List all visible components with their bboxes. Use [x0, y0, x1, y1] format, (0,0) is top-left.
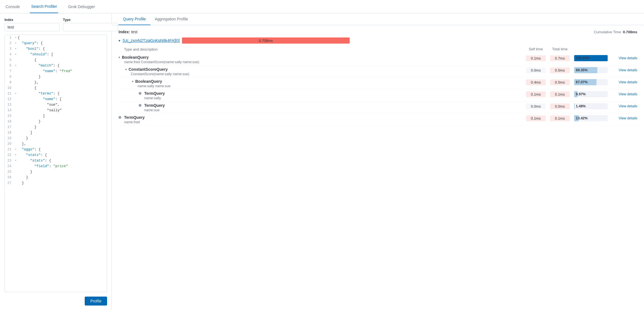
code-line-22: 22▾ "stats": {	[5, 152, 107, 158]
node-toggle-boolean-query-2[interactable]: ▾	[132, 80, 134, 83]
code-line-24: 24 "field": "price"	[5, 164, 107, 169]
code-line-5: 5 {	[5, 57, 107, 63]
nav-search-profiler[interactable]: Search Profiler	[30, 0, 58, 13]
nav-grok-debugger[interactable]: Grok Debugger	[67, 0, 96, 13]
top-nav: Console Search Profiler Grok Debugger	[0, 0, 644, 13]
node-toggle-constant-score-query[interactable]: ▾	[125, 68, 127, 71]
node-bar-term-query-sue: 1.48%	[574, 103, 608, 109]
tree-row-boolean-query-1: ▾BooleanQueryname:fred ConstantScore(nam…	[119, 53, 637, 65]
node-dot-term-query-sally	[139, 92, 141, 95]
node-total-boolean-query-2: 0.5ms	[550, 79, 570, 85]
type-field-group: Type	[63, 18, 118, 31]
node-pct-term-query-sally: 9.97%	[574, 92, 587, 96]
node-toggle-boolean-query-1[interactable]: ▾	[119, 56, 120, 59]
code-line-26: 26 }	[5, 175, 107, 180]
code-editor[interactable]: 1▾{2▾ "query": {3▾ "bool": {4▾ "should":…	[4, 35, 107, 292]
node-bar-boolean-query-1: 100.00%	[574, 55, 608, 61]
shard-link[interactable]: [Uc_zxmN2TzqiGnKqN8k4FA][0]	[123, 38, 180, 43]
tree-row-boolean-query-2: ▾BooleanQueryname:sally name:sue0.4ms0.5…	[119, 77, 637, 89]
col-headers: Self time Total time	[509, 46, 637, 52]
code-line-14: 14 "sally"	[5, 108, 107, 113]
node-pct-constant-score-query: 69.35%	[574, 68, 589, 72]
tree-node-left-constant-score-query: ▾ConstantScoreQueryConstantScore(name:sa…	[119, 65, 509, 77]
node-total-term-query-fred: 0.1ms	[550, 115, 570, 121]
node-view-details-boolean-query-2[interactable]: View details	[612, 80, 637, 84]
index-label-display: Index: test	[119, 30, 138, 34]
nav-console[interactable]: Console	[4, 0, 21, 13]
node-pct-term-query-sue: 1.48%	[574, 104, 587, 108]
type-label: Type	[63, 18, 118, 22]
tree-header-row: Type and description Self time Total tim…	[119, 46, 637, 52]
node-bar-term-query-sally: 9.97%	[574, 91, 608, 97]
profile-button[interactable]: Profile	[85, 297, 107, 306]
index-label: Index	[4, 18, 60, 22]
node-name-term-query-sue: TermQuery	[144, 103, 165, 108]
code-line-13: 13 "sue",	[5, 102, 107, 108]
node-dot-term-query-fred	[119, 116, 121, 119]
node-view-details-boolean-query-1[interactable]: View details	[612, 56, 637, 60]
right-panel: Query ProfileAggregation Profile Index: …	[112, 13, 644, 310]
index-input[interactable]	[4, 23, 60, 31]
code-line-27: 27 }	[5, 180, 107, 186]
code-line-9: 9 },	[5, 80, 107, 85]
code-line-1: 1▾{	[5, 35, 107, 41]
node-total-constant-score-query: 0.5ms	[550, 67, 570, 73]
node-self-boolean-query-2: 0.4ms	[526, 79, 546, 85]
node-desc-constant-score-query: ConstantScore(name:sally name:sue)	[119, 72, 509, 77]
left-fields: Index Type	[4, 18, 107, 31]
node-name-boolean-query-2: BooleanQuery	[135, 79, 162, 84]
tree-row-term-query-sue: TermQueryname:sue0.0ms0.0ms1.48%View det…	[119, 101, 637, 113]
node-desc-term-query-fred: name:fred	[119, 120, 509, 125]
node-name-constant-score-query: ConstantScoreQuery	[129, 67, 168, 72]
index-field-group: Index	[4, 18, 60, 31]
tree-node-left-term-query-fred: TermQueryname:fred	[119, 113, 509, 125]
node-view-details-term-query-sally[interactable]: View details	[612, 92, 637, 96]
node-name-term-query-fred: TermQuery	[124, 115, 145, 120]
node-desc-term-query-sally: name:sally	[119, 96, 509, 101]
shard-row: ▾ [Uc_zxmN2TzqiGnKqN8k4FA][0] 0.708ms	[119, 37, 637, 44]
node-dot-term-query-sue	[139, 104, 141, 107]
code-line-20: 20 },	[5, 141, 107, 147]
code-line-16: 16 }	[5, 119, 107, 124]
col-link-header	[612, 47, 637, 51]
node-pct-boolean-query-2: 67.07%	[574, 80, 589, 84]
tabs-bar: Query ProfileAggregation Profile	[112, 13, 644, 25]
node-view-details-term-query-sue[interactable]: View details	[612, 104, 637, 108]
tree-node-left-boolean-query-1: ▾BooleanQueryname:fred ConstantScore(nam…	[119, 53, 509, 65]
node-bar-constant-score-query: 69.35%	[574, 67, 608, 73]
node-total-term-query-sally: 0.1ms	[550, 91, 570, 97]
tree-node-left-term-query-sue: TermQueryname:sue	[119, 101, 509, 113]
code-line-8: 8 }	[5, 74, 107, 80]
col-self-header: Self time	[526, 47, 546, 51]
code-line-25: 25 }	[5, 169, 107, 175]
code-line-6: 6▾ "match": {	[5, 63, 107, 68]
node-self-term-query-fred: 0.1ms	[526, 115, 546, 121]
profile-content: Index: test Cumulative Time: 0.708ms ▾ […	[112, 25, 644, 130]
node-bar-term-query-fred: 13.42%	[574, 115, 608, 121]
query-tree: ▾BooleanQueryname:fred ConstantScore(nam…	[119, 53, 637, 126]
node-self-term-query-sally: 0.1ms	[526, 91, 546, 97]
node-view-details-term-query-fred[interactable]: View details	[612, 116, 637, 120]
node-total-term-query-sue: 0.0ms	[550, 103, 570, 109]
tab-query-profile[interactable]: Query Profile	[119, 13, 150, 25]
node-pct-term-query-fred: 13.42%	[574, 116, 589, 120]
code-line-4: 4▾ "should": [	[5, 52, 107, 57]
code-line-11: 11▾ "terms": {	[5, 91, 107, 96]
tree-row-constant-score-query: ▾ConstantScoreQueryConstantScore(name:sa…	[119, 65, 637, 77]
type-input[interactable]	[63, 23, 118, 31]
code-line-23: 23▾ "stats": {	[5, 158, 107, 164]
tab-aggregation-profile[interactable]: Aggregation Profile	[150, 13, 193, 25]
code-line-3: 3▾ "bool": {	[5, 46, 107, 52]
code-line-15: 15 ]	[5, 113, 107, 119]
tree-row-term-query-sally: TermQueryname:sally0.1ms0.1ms9.97%View d…	[119, 89, 637, 101]
node-desc-boolean-query-1: name:fred ConstantScore(name:sally name:…	[119, 60, 509, 65]
node-view-details-constant-score-query[interactable]: View details	[612, 68, 637, 72]
code-line-19: 19 }	[5, 136, 107, 141]
type-desc-label: Type and description	[119, 47, 158, 51]
shard-toggle[interactable]: ▾	[119, 39, 120, 43]
node-self-term-query-sue: 0.0ms	[526, 103, 546, 109]
node-total-boolean-query-1: 0.7ms	[550, 55, 570, 61]
col-total-header: Total time	[550, 47, 570, 51]
node-pct-boolean-query-1: 100.00%	[574, 56, 591, 60]
node-name-boolean-query-1: BooleanQuery	[122, 55, 149, 60]
